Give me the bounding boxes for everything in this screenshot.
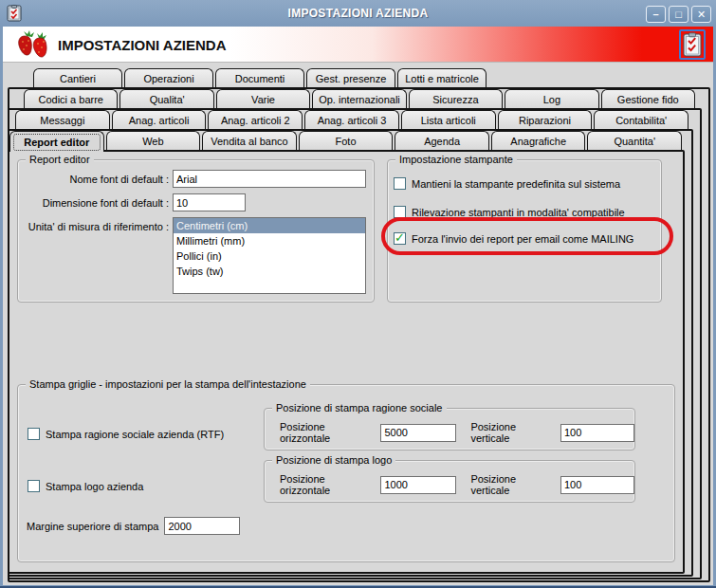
tab-quantita[interactable]: Quantita' xyxy=(587,131,682,150)
top-margin-row: Margine superiore di stampa xyxy=(27,517,240,535)
print-logo-checkbox[interactable] xyxy=(28,480,40,492)
top-margin-label: Margine superiore di stampa xyxy=(27,521,158,532)
vertical-position-label: Posizione verticale xyxy=(470,421,555,444)
tab-web[interactable]: Web xyxy=(106,131,201,150)
tab-qualita[interactable]: Qualita' xyxy=(119,89,213,108)
tab-anag-articoli-2[interactable]: Anag. articoli 2 xyxy=(208,110,303,129)
keep-default-printer-label: Mantieni la stampante predefinita sul si… xyxy=(412,178,620,190)
tab-page-report-editor: Report editor Nome font di default : Dim… xyxy=(8,150,685,574)
tab-log[interactable]: Log xyxy=(505,89,598,108)
tab-documenti[interactable]: Documenti xyxy=(215,68,304,87)
tab-foto[interactable]: Foto xyxy=(299,131,394,150)
font-size-label: Dimensione font di default : xyxy=(21,194,169,212)
header-banner: IMPOSTAZIONI AZIENDA xyxy=(3,27,713,63)
print-company-name-label: Stampa ragione sociale azienda (RTF) xyxy=(46,429,224,440)
tab-agenda[interactable]: Agenda xyxy=(395,131,489,150)
logo-position-row: Posizione orizzontale Posizione vertical… xyxy=(280,473,634,496)
tab-gest-presenze[interactable]: Gest. presenze xyxy=(306,68,395,87)
force-mailing-label: Forza l'invio dei report per email come … xyxy=(412,233,633,245)
top-margin-input[interactable] xyxy=(164,517,240,535)
font-size-input[interactable] xyxy=(173,193,246,211)
printer-detection-label: Rilevazione stampanti in modalita' compa… xyxy=(412,207,625,218)
tab-messaggi[interactable]: Messaggi xyxy=(15,110,110,129)
tab-row-1: Cantieri Operazioni Documenti Gest. pres… xyxy=(33,68,487,87)
tab-row-4: Report editor Web Vendita al banco Foto … xyxy=(9,131,682,150)
tab-lista-articoli[interactable]: Lista articoli xyxy=(401,110,496,129)
printer-settings-group: Impostazione stampante Mantieni la stamp… xyxy=(387,159,662,303)
company-name-vertical-input[interactable] xyxy=(560,424,634,442)
tab-varie[interactable]: Varie xyxy=(216,89,310,108)
force-mailing-checkbox[interactable]: ✓ xyxy=(394,232,406,245)
company-name-horizontal-input[interactable] xyxy=(380,424,456,442)
font-name-label: Nome font di default : xyxy=(21,171,169,189)
tab-riparazioni[interactable]: Riparazioni xyxy=(498,110,593,129)
unit-listbox[interactable]: Centimetri (cm) Millimetri (mm) Pollici … xyxy=(173,217,366,294)
grid-print-group-title: Stampa griglie - impostazioni per la sta… xyxy=(26,378,310,391)
company-name-position-group: Posizione di stampa ragione sociale Posi… xyxy=(264,408,635,450)
printer-group-title: Impostazione stampante xyxy=(395,154,517,166)
unit-option-twips[interactable]: Twips (tw) xyxy=(174,264,365,279)
close-button[interactable]: ✕ xyxy=(691,6,711,23)
logo-horizontal-input[interactable] xyxy=(380,476,456,494)
tab-anag-articoli[interactable]: Anag. articoli xyxy=(112,110,207,129)
print-company-name-row: Stampa ragione sociale azienda (RTF) xyxy=(28,427,224,441)
unit-label: Unita' di misura di riferimento : xyxy=(21,218,169,236)
window-title: IMPOSTAZIONI AZIENDA xyxy=(0,7,716,20)
strawberry-icon xyxy=(14,29,52,60)
company-name-position-row: Posizione orizzontale Posizione vertical… xyxy=(280,421,634,444)
tab-anagrafiche[interactable]: Anagrafiche xyxy=(491,131,586,150)
tab-lotti-e-matricole[interactable]: Lotti e matricole xyxy=(397,68,487,87)
print-company-name-checkbox[interactable] xyxy=(28,428,40,440)
printer-detection-checkbox[interactable] xyxy=(394,206,406,218)
tab-row-2: Codici a barre Qualita' Varie Op. intern… xyxy=(24,89,695,108)
app-window: IMPOSTAZIONI AZIENDA – □ ✕ IMPOSTAZIONI … xyxy=(0,0,716,588)
unit-option-millimetri[interactable]: Millimetri (mm) xyxy=(174,233,365,248)
keep-default-printer-checkbox[interactable] xyxy=(394,177,406,190)
tab-codici-a-barre[interactable]: Codici a barre xyxy=(24,89,118,108)
company-name-position-title: Posizione di stampa ragione sociale xyxy=(272,402,447,414)
grid-print-group: Stampa griglie - impostazioni per la sta… xyxy=(17,384,675,562)
tab-anag-articoli-3[interactable]: Anag. articoli 3 xyxy=(304,110,399,129)
horizontal-position-label: Posizione orizzontale xyxy=(280,473,375,496)
tab-vendita-al-banco[interactable]: Vendita al banco xyxy=(202,131,297,150)
tab-operazioni[interactable]: Operazioni xyxy=(124,68,213,87)
title-bar: IMPOSTAZIONI AZIENDA – □ ✕ xyxy=(0,0,716,27)
tab-contabilita[interactable]: Contabilita' xyxy=(594,110,688,129)
unit-option-centimetri[interactable]: Centimetri (cm) xyxy=(174,218,365,233)
keep-default-printer-row: Mantieni la stampante predefinita sul si… xyxy=(394,176,620,191)
tab-sicurezza[interactable]: Sicurezza xyxy=(409,89,503,108)
horizontal-position-label: Posizione orizzontale xyxy=(280,421,375,444)
print-logo-row: Stampa logo azienda xyxy=(28,479,143,493)
logo-position-group: Posizione di stampa logo Posizione orizz… xyxy=(264,460,635,503)
maximize-button[interactable]: □ xyxy=(669,6,688,23)
report-editor-group-title: Report editor xyxy=(26,154,94,166)
tab-op-internazionali[interactable]: Op. internazionali xyxy=(312,89,406,108)
tab-row-3: Messaggi Anag. articoli Anag. articoli 2… xyxy=(15,110,688,129)
logo-position-title: Posizione di stampa logo xyxy=(272,454,395,467)
print-logo-label: Stampa logo azienda xyxy=(46,481,143,492)
font-name-input[interactable] xyxy=(173,170,366,188)
tab-report-editor[interactable]: Report editor xyxy=(9,131,104,152)
unit-option-pollici[interactable]: Pollici (in) xyxy=(174,248,365,264)
printer-detection-row: Rilevazione stampanti in modalita' compa… xyxy=(394,205,625,219)
window-clipboard-icon xyxy=(7,5,23,22)
checkmark-icon: ✓ xyxy=(395,233,405,243)
confirm-checklist-button[interactable] xyxy=(679,29,706,60)
logo-vertical-input[interactable] xyxy=(560,476,634,494)
report-editor-group: Report editor Nome font di default : Dim… xyxy=(17,159,375,303)
tab-gestione-fido[interactable]: Gestione fido xyxy=(601,89,695,108)
tab-cantieri[interactable]: Cantieri xyxy=(33,68,122,87)
minimize-button[interactable]: – xyxy=(646,6,666,23)
page-title: IMPOSTAZIONI AZIENDA xyxy=(58,27,227,63)
force-mailing-row: ✓ Forza l'invio dei report per email com… xyxy=(394,231,633,246)
vertical-position-label: Posizione verticale xyxy=(470,473,555,496)
